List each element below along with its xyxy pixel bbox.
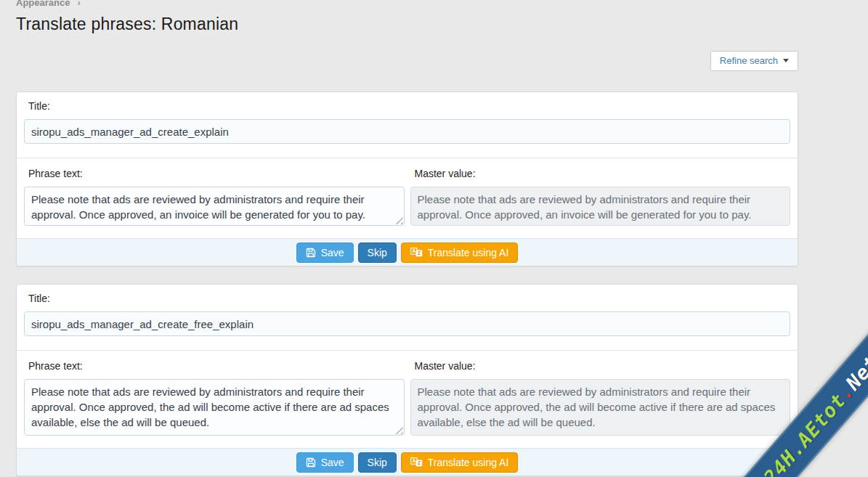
phrase-title-input[interactable]	[24, 311, 790, 336]
phrase-text-column: Phrase text: Please note that ads are re…	[24, 168, 405, 226]
skip-label: Skip	[368, 247, 387, 258]
floppy-disk-icon	[306, 457, 316, 468]
phrase-text-column: Phrase text: Please note that ads are re…	[24, 360, 405, 436]
translation-block: Phrase text: Please note that ads are re…	[17, 158, 798, 238]
skip-label: Skip	[368, 457, 387, 468]
title-label: Title:	[28, 100, 790, 112]
master-value-column: Master value: Please note that ads are r…	[410, 360, 791, 436]
save-button[interactable]: Save	[296, 242, 354, 263]
phrase-text-textarea[interactable]: Please note that ads are reviewed by adm…	[24, 187, 405, 226]
title-label: Title:	[28, 293, 790, 304]
phrase-title-input[interactable]	[24, 119, 790, 144]
panel-footer: Save Skip A Z Translate using AI	[17, 238, 798, 266]
title-block: Title:	[17, 92, 798, 158]
page-title: Translate phrases: Romanian	[16, 15, 798, 34]
master-value-label: Master value:	[415, 168, 791, 179]
phrase-text-label: Phrase text:	[28, 168, 405, 179]
svg-text:Z: Z	[418, 250, 421, 256]
toolbar: Refine search	[16, 51, 798, 71]
save-button[interactable]: Save	[296, 452, 354, 473]
chevron-down-icon	[783, 59, 789, 62]
master-value-column: Master value: Please note that ads are r…	[410, 168, 791, 226]
translate-icon: A Z	[410, 248, 423, 257]
refine-search-button[interactable]: Refine search	[710, 51, 798, 71]
phrase-text-textarea[interactable]: Please note that ads are reviewed by adm…	[24, 379, 405, 436]
translate-icon: A Z	[410, 457, 423, 467]
panel-footer: Save Skip A Z Translate using AI	[17, 448, 798, 476]
phrase-panel-1: Title: Phrase text: Please note that ads…	[16, 91, 798, 266]
svg-text:A: A	[412, 248, 415, 253]
save-label: Save	[321, 247, 344, 258]
svg-text:Z: Z	[418, 460, 421, 465]
breadcrumb: Appearance›	[16, 0, 798, 8]
translation-block: Phrase text: Please note that ads are re…	[17, 351, 798, 448]
phrase-panel-2: Title: Phrase text: Please note that ads…	[16, 284, 798, 476]
page-content: Appearance› Translate phrases: Romanian …	[0, 0, 868, 476]
breadcrumb-link-appearance[interactable]: Appearance	[16, 0, 70, 8]
save-label: Save	[321, 457, 344, 468]
title-block: Title:	[17, 285, 798, 350]
skip-button[interactable]: Skip	[358, 242, 397, 263]
phrase-text-label: Phrase text:	[28, 360, 405, 372]
refine-search-label: Refine search	[720, 55, 778, 66]
skip-button[interactable]: Skip	[358, 452, 397, 473]
svg-text:A: A	[412, 458, 415, 463]
floppy-disk-icon	[306, 248, 316, 258]
translate-ai-button[interactable]: A Z Translate using AI	[401, 452, 519, 473]
master-value-textarea: Please note that ads are reviewed by adm…	[410, 187, 791, 226]
master-value-label: Master value:	[415, 360, 791, 372]
translate-ai-label: Translate using AI	[428, 247, 509, 258]
master-value-textarea: Please note that ads are reviewed by adm…	[410, 379, 791, 436]
breadcrumb-chevron-icon: ›	[77, 0, 80, 8]
translate-ai-button[interactable]: A Z Translate using AI	[401, 242, 519, 263]
translate-ai-label: Translate using AI	[428, 457, 509, 468]
